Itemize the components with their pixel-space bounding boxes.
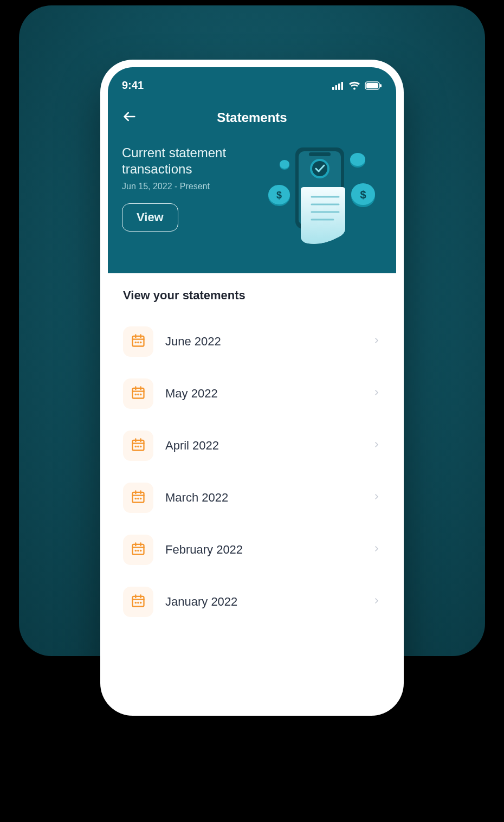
chevron-right-icon (372, 492, 381, 503)
svg-rect-1 (335, 85, 338, 90)
view-button[interactable]: View (122, 203, 178, 232)
nav-bar: Statements (122, 109, 382, 126)
calendar-icon-box (123, 431, 153, 461)
svg-point-53 (138, 498, 138, 499)
page-title: Statements (122, 110, 382, 125)
svg-point-39 (138, 394, 138, 395)
svg-point-54 (140, 498, 141, 499)
svg-point-23 (350, 153, 365, 166)
calendar-icon-box (123, 378, 153, 409)
svg-point-32 (138, 342, 138, 343)
svg-point-31 (135, 342, 136, 343)
statement-row[interactable]: January 2022 (123, 576, 381, 628)
svg-point-47 (140, 446, 141, 447)
svg-point-67 (138, 602, 138, 603)
svg-point-33 (140, 342, 141, 343)
chevron-right-icon (372, 336, 381, 347)
calendar-icon (131, 541, 146, 558)
svg-point-59 (135, 550, 136, 551)
battery-icon (365, 81, 382, 90)
chevron-right-icon (372, 440, 381, 451)
statement-row[interactable]: February 2022 (123, 524, 381, 576)
calendar-icon (131, 333, 146, 350)
statement-row[interactable]: March 2022 (123, 472, 381, 524)
svg-rect-10 (309, 152, 331, 156)
statement-label: March 2022 (165, 491, 360, 505)
statement-label: June 2022 (165, 335, 360, 349)
cell-signal-icon (332, 81, 344, 90)
wifi-icon (348, 81, 360, 90)
calendar-icon-box (123, 483, 153, 513)
chevron-right-icon (372, 596, 381, 607)
svg-point-61 (140, 550, 141, 551)
svg-text:$: $ (276, 190, 282, 201)
statement-row[interactable]: April 2022 (123, 420, 381, 472)
svg-rect-3 (341, 82, 344, 90)
svg-point-68 (140, 602, 141, 603)
header-area: 9:41 Statements Cu (108, 67, 396, 273)
statement-label: January 2022 (165, 595, 360, 609)
svg-point-40 (140, 394, 141, 395)
statement-label: February 2022 (165, 543, 360, 557)
svg-point-21 (280, 160, 289, 169)
status-time: 9:41 (122, 79, 144, 92)
svg-rect-6 (380, 84, 382, 87)
calendar-icon-box (123, 587, 153, 617)
statements-list: June 2022 May 2022 April 2022 March 2022… (123, 316, 381, 628)
receipt-illustration: $ $ (257, 145, 382, 248)
calendar-icon (131, 489, 146, 506)
calendar-icon (131, 385, 146, 402)
svg-point-60 (138, 550, 138, 551)
svg-rect-62 (133, 596, 144, 607)
svg-rect-48 (133, 492, 144, 503)
backdrop-card: 9:41 Statements Cu (19, 5, 485, 656)
calendar-icon (131, 437, 146, 454)
statement-row[interactable]: May 2022 (123, 368, 381, 420)
status-bar: 9:41 (122, 79, 382, 92)
svg-rect-27 (133, 336, 144, 346)
calendar-icon-box (123, 326, 153, 357)
statement-label: May 2022 (165, 387, 360, 401)
svg-rect-0 (332, 87, 334, 90)
svg-point-45 (135, 446, 136, 447)
svg-point-66 (135, 602, 136, 603)
phone-frame: 9:41 Statements Cu (100, 60, 404, 716)
calendar-icon (131, 593, 146, 611)
svg-rect-55 (133, 544, 144, 555)
svg-text:$: $ (360, 189, 366, 201)
statements-section: View your statements June 2022 May 2022 … (108, 273, 396, 633)
svg-rect-2 (338, 84, 340, 90)
svg-point-38 (135, 394, 136, 395)
current-title-line2: transactions (122, 162, 192, 176)
svg-point-12 (312, 161, 327, 176)
statement-label: April 2022 (165, 439, 360, 453)
section-title: View your statements (123, 288, 381, 303)
current-statement-text: Current statement transactions Jun 15, 2… (122, 145, 251, 248)
current-statement-range: Jun 15, 2022 - Present (122, 182, 251, 191)
svg-rect-5 (366, 83, 378, 88)
current-statement-title: Current statement transactions (122, 145, 251, 177)
current-title-line1: Current statement (122, 145, 226, 160)
svg-rect-41 (133, 440, 144, 451)
svg-rect-34 (133, 388, 144, 399)
chevron-right-icon (372, 388, 381, 399)
statement-row[interactable]: June 2022 (123, 316, 381, 368)
current-statement-card: Current statement transactions Jun 15, 2… (122, 145, 382, 248)
phone-screen: 9:41 Statements Cu (108, 67, 396, 708)
chevron-right-icon (372, 544, 381, 555)
svg-point-52 (135, 498, 136, 499)
status-icons (332, 81, 382, 90)
svg-point-46 (138, 446, 138, 447)
calendar-icon-box (123, 535, 153, 565)
